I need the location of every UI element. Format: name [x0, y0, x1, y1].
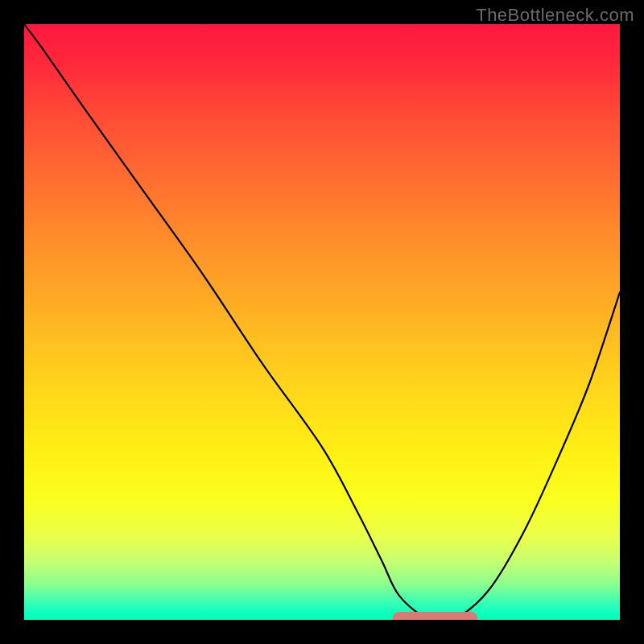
watermark-text: TheBottleneck.com [476, 5, 634, 26]
curve-path [24, 24, 620, 620]
bottleneck-curve [24, 24, 620, 620]
optimal-range-marker [393, 612, 477, 620]
chart-frame: TheBottleneck.com [0, 0, 644, 644]
plot-area [24, 24, 620, 620]
